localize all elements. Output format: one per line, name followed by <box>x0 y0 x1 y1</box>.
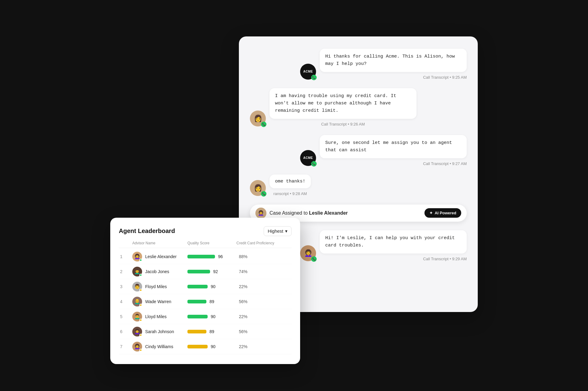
bubble-1: Hi thanks for calling Acme. This is Alis… <box>320 49 467 72</box>
score-cell-3: 90 <box>187 284 236 289</box>
score-cell-5: 90 <box>187 314 236 319</box>
col-rank <box>120 241 132 245</box>
score-bar-fill-2 <box>187 270 210 273</box>
rank-6: 6 <box>120 329 132 334</box>
meta-5: Call Transcript • 9:29 AM <box>320 257 467 261</box>
agent-name-cell-4: 👨‍🦲 Wade Warren <box>132 297 187 306</box>
col-advisor: Advisor Name <box>132 241 187 245</box>
proficiency-5: 22% <box>236 314 290 319</box>
agent-avatar-7: 👩‍🦱 <box>132 342 142 352</box>
rank-7: 7 <box>120 344 132 349</box>
proficiency-6: 56% <box>236 329 290 334</box>
table-row: 7 👩‍🦱 Cindy Williams 90 22% <box>119 339 292 354</box>
score-cell-4: 89 <box>187 299 236 304</box>
assigned-text: Case Assigned to Leslie Alexander <box>270 210 421 216</box>
agent-avatar-3: 👨 <box>132 282 142 291</box>
status-dot-6 <box>139 334 142 336</box>
table-row: 1 👩‍🦱 Leslie Alexander 96 88% <box>119 249 292 264</box>
score-bar-5 <box>187 315 208 318</box>
filter-label: Highest <box>268 228 283 234</box>
ai-powered-badge: ✦ AI Powered <box>424 208 461 218</box>
rank-4: 4 <box>120 299 132 304</box>
agent-avatar-5: 👨‍🦱 <box>132 312 142 321</box>
status-dot-2 <box>139 274 142 276</box>
acme-avatar-2: ACME 📞 <box>300 150 316 166</box>
agent-avatar-1: 👩‍🦱 <box>132 252 142 261</box>
leaderboard-header: Agent Leaderboard Highest ▾ <box>119 226 292 236</box>
score-cell-2: 92 <box>187 269 236 274</box>
agent-name-1: Leslie Alexander <box>145 254 177 259</box>
table-row: 4 👨‍🦲 Wade Warren 89 56% <box>119 294 292 309</box>
leaderboard-title: Agent Leaderboard <box>119 227 175 235</box>
score-bar-fill-5 <box>187 315 208 318</box>
table-row: 3 👨 Floyd Miles 90 22% <box>119 279 292 294</box>
assigned-agent-name: Leslie Alexander <box>309 210 348 216</box>
score-cell-6: 89 <box>187 329 236 334</box>
ai-powered-label: AI Powered <box>435 211 456 215</box>
score-bar-3 <box>187 285 208 288</box>
score-bar-fill-6 <box>187 330 206 333</box>
chat-message-1: Hi thanks for calling Acme. This is Alis… <box>250 49 467 80</box>
agent-name-5: Lloyd Miles <box>145 314 167 319</box>
agent-name-2: Jacob Jones <box>145 269 169 274</box>
chat-message-3: Sure, one second let me assign you to an… <box>250 135 467 166</box>
score-bar-1 <box>187 255 215 258</box>
rank-3: 3 <box>120 284 132 289</box>
agent-avatar-4: 👨‍🦲 <box>132 297 142 306</box>
leslie-avatar-banner: 👩‍🦱 <box>255 208 266 219</box>
agent-name-cell-5: 👨‍🦱 Lloyd Miles <box>132 312 187 321</box>
score-num-4: 89 <box>209 299 217 304</box>
chat-message-2: 👩 📞 I am having trouble using my credit … <box>250 88 467 126</box>
table-row: 6 👩‍🦱 Sarah Johnson 89 56% <box>119 324 292 339</box>
agent-name-cell-1: 👩‍🦱 Leslie Alexander <box>132 252 187 261</box>
proficiency-4: 56% <box>236 299 290 304</box>
score-cell-1: 96 <box>187 254 236 259</box>
status-dot-1 <box>139 259 142 261</box>
score-num-2: 92 <box>213 269 221 274</box>
agent-name-4: Wade Warren <box>145 299 171 304</box>
col-quality: Quality Score <box>187 241 236 245</box>
status-dot-7 <box>139 349 142 352</box>
meta-1: Call Transcript • 9:25 AM <box>320 75 467 80</box>
agent-name-cell-6: 👩‍🦱 Sarah Johnson <box>132 327 187 336</box>
score-cell-7: 90 <box>187 344 236 349</box>
phone-badge-2: 📞 <box>261 122 266 127</box>
score-num-7: 90 <box>211 344 218 349</box>
bubble-2: I am having trouble using my credit card… <box>270 88 417 119</box>
score-bar-fill-1 <box>187 255 215 258</box>
score-bar-4 <box>187 300 206 303</box>
proficiency-7: 22% <box>236 344 290 349</box>
rank-2: 2 <box>120 269 132 274</box>
meta-2: Call Transcript • 9:26 AM <box>270 122 417 126</box>
leaderboard-panel: Agent Leaderboard Highest ▾ Advisor Name… <box>110 218 300 364</box>
agent-name-6: Sarah Johnson <box>145 329 174 334</box>
phone-badge-1: 📞 <box>311 75 317 80</box>
score-num-5: 90 <box>211 314 218 319</box>
leaderboard-columns: Advisor Name Quality Score Credit Card P… <box>119 241 292 248</box>
rank-5: 5 <box>120 314 132 319</box>
acme-avatar-1: ACME 📞 <box>300 64 316 80</box>
meta-3: Call Transcript • 9:27 AM <box>320 161 467 166</box>
agent-name-cell-2: 👨‍🦱 Jacob Jones <box>132 267 187 276</box>
agent-avatar-2: 👨‍🦱 <box>132 267 142 276</box>
score-bar-6 <box>187 330 206 333</box>
bubble-3: Sure, one second let me assign you to an… <box>320 135 467 158</box>
agent-name-cell-3: 👨 Floyd Miles <box>132 282 187 291</box>
phone-badge-3: 📞 <box>311 161 317 167</box>
status-dot-4 <box>139 304 142 306</box>
score-bar-fill-4 <box>187 300 206 303</box>
agent-avatar-6: 👩‍🦱 <box>132 327 142 336</box>
meta-4: ranscript • 9:28 AM <box>270 191 311 196</box>
bubble-5: Hi! I'm Leslie, I can help you with your… <box>320 230 467 254</box>
chevron-down-icon: ▾ <box>285 228 288 234</box>
score-bar-7 <box>187 345 208 348</box>
proficiency-3: 22% <box>236 284 290 289</box>
score-bar-fill-7 <box>187 345 208 348</box>
customer-avatar-2: 👩 📞 <box>250 180 266 196</box>
filter-dropdown[interactable]: Highest ▾ <box>264 226 292 236</box>
customer-avatar-1: 👩 📞 <box>250 111 266 126</box>
score-num-3: 90 <box>211 284 218 289</box>
proficiency-1: 88% <box>236 254 290 259</box>
bubble-4: ome thanks! <box>270 175 311 188</box>
score-num-6: 89 <box>209 329 217 334</box>
